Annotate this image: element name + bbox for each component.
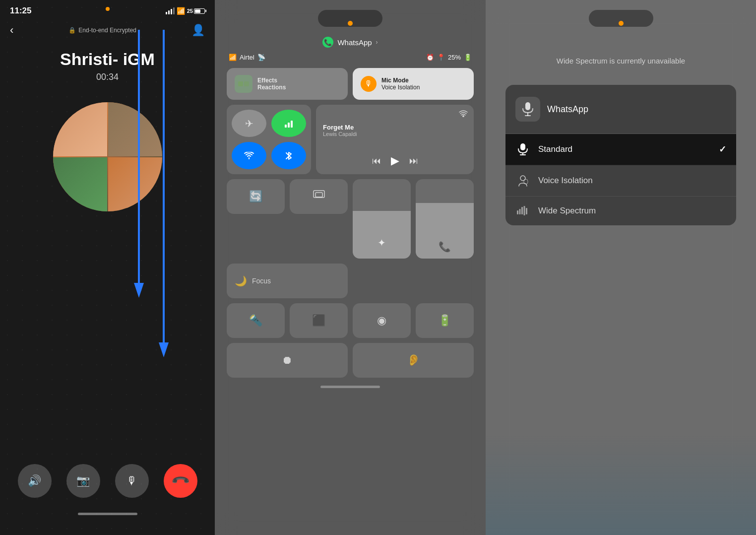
wide-spectrum-option[interactable]: Wide Spectrum	[505, 197, 736, 225]
cc-recording-dot	[348, 21, 353, 26]
hearing-icon: 👂	[407, 354, 420, 367]
cc-whatsapp-header[interactable]: 📞 WhatsApp ›	[227, 35, 474, 48]
signal-bar-1	[166, 12, 167, 14]
effects-reactions-button[interactable]: Effects Reactions	[227, 68, 348, 100]
svg-rect-19	[524, 179, 528, 184]
whatsapp-icon-small: 📞	[322, 37, 333, 48]
rotate-lock-button[interactable]: 🔄	[227, 179, 285, 214]
volume-slider[interactable]: 📞	[416, 179, 474, 259]
screen-mirror-icon	[313, 190, 325, 203]
cc-chevron-icon: ›	[376, 39, 378, 46]
status-time: 11:25	[10, 6, 31, 16]
airplane-mode-button[interactable]: ✈	[232, 110, 266, 137]
signal-bar-4	[173, 7, 175, 14]
qr-button[interactable]: ⬛	[290, 303, 348, 338]
battery-fill	[195, 9, 200, 13]
brightness-icon: ✦	[378, 237, 386, 249]
hearing-button[interactable]: 👂	[353, 343, 474, 378]
p3-whatsapp-header: WhatsApp	[505, 85, 736, 134]
cc-signal-icon: 📶	[229, 54, 237, 61]
end-call-icon: 📞	[170, 470, 190, 491]
svg-rect-12	[525, 102, 530, 110]
speaker-button[interactable]: 🔊	[18, 464, 52, 498]
wifi-icon: 📶	[177, 7, 185, 15]
airplay-icon[interactable]	[459, 110, 468, 120]
cc-carrier: Airtel	[240, 54, 254, 61]
svg-point-18	[520, 176, 525, 181]
signal-bar-3	[171, 9, 172, 14]
svg-rect-4	[238, 81, 243, 86]
music-controls: ⏮ ▶ ⏭	[323, 154, 467, 167]
cc-battery-pct: 25%	[448, 54, 461, 61]
svg-rect-8	[291, 121, 293, 128]
torch-button[interactable]: 🔦	[227, 303, 285, 338]
p3-whatsapp-name: WhatsApp	[547, 104, 588, 115]
status-icons: 📶 25	[166, 7, 205, 15]
encryption-text: End-to-end Encrypted	[78, 27, 136, 34]
next-button[interactable]: ⏭	[409, 156, 418, 166]
wide-spectrum-icon	[515, 205, 530, 216]
mic-mode-text: Mic Mode Voice Isolation	[381, 77, 420, 91]
p3-container: Wide Spectrum is currently unavailable W…	[486, 0, 756, 235]
call-duration: 00:34	[96, 72, 119, 82]
unavailable-text: Wide Spectrum is currently unavailable	[498, 57, 744, 65]
svg-rect-20	[517, 210, 518, 214]
battery-pct: 25	[187, 8, 193, 14]
qr-icon: ⬛	[312, 314, 325, 327]
back-button[interactable]: ‹	[10, 24, 13, 37]
music-tile[interactable]: Forget Me Lewis Capaldi ⏮ ▶ ⏭	[316, 105, 474, 174]
effects-text: Effects Reactions	[257, 77, 286, 91]
svg-rect-6	[285, 125, 287, 128]
standard-mic-icon	[515, 143, 530, 156]
avatar-collage	[53, 102, 162, 211]
prev-button[interactable]: ⏮	[372, 156, 381, 166]
p3-recording-dot	[619, 21, 624, 26]
brightness-slider[interactable]: ✦	[353, 179, 411, 259]
svg-rect-15	[520, 143, 525, 150]
speaker-icon: 🔊	[28, 474, 41, 487]
cc-top-row: Effects Reactions 🎙 Mic Mode Voice Isola…	[227, 68, 474, 100]
music-info: Forget Me Lewis Capaldi	[323, 112, 467, 137]
focus-button[interactable]: 🌙 Focus	[227, 264, 348, 298]
standard-checkmark: ✓	[719, 144, 726, 155]
video-button[interactable]: 📷	[66, 464, 100, 498]
screen-record-button[interactable]: ⏺	[227, 343, 348, 378]
battery-box: 25	[187, 8, 205, 14]
cellular-button[interactable]	[271, 110, 306, 137]
standard-option[interactable]: Standard ✓	[505, 134, 736, 165]
moon-icon: 🌙	[235, 275, 247, 287]
standard-label: Standard	[538, 144, 711, 154]
svg-rect-21	[519, 209, 521, 214]
play-button[interactable]: ▶	[391, 154, 399, 167]
mic-mode-button[interactable]: 🎙 Mic Mode Voice Isolation	[353, 68, 474, 100]
voice-isolation-icon	[515, 174, 530, 187]
call-controls: 🔊 📷 🎙 📞	[0, 464, 215, 515]
song-name: Forget Me	[323, 124, 467, 131]
dark-mode-button[interactable]: ◉	[353, 303, 411, 338]
cc-status-bar: 📶 Airtel 📡 ⏰ 📍 25% 🔋	[227, 54, 474, 61]
voice-isolation-label: Voice Isolation	[538, 176, 726, 186]
rotate-lock-icon: 🔄	[249, 190, 262, 203]
recording-dot	[106, 7, 110, 11]
end-call-button[interactable]: 📞	[164, 464, 197, 498]
svg-rect-24	[526, 208, 527, 214]
voice-isolation-option[interactable]: Voice Isolation	[505, 165, 736, 197]
battery-mode-button[interactable]: 🔋	[416, 303, 474, 338]
mute-icon: 🎙	[126, 474, 137, 487]
mute-button[interactable]: 🎙	[115, 464, 149, 498]
torch-icon: 🔦	[249, 314, 262, 327]
svg-rect-7	[288, 123, 290, 128]
screen-mirror-button[interactable]	[290, 179, 348, 214]
phone-icon: 📞	[439, 241, 451, 253]
cc-battery-icon: 🔋	[464, 54, 472, 61]
battery-mode-icon: 🔋	[438, 314, 451, 327]
add-contact-button[interactable]: 👤	[191, 24, 205, 37]
connectivity-block: ✈	[227, 105, 311, 174]
wifi-button[interactable]	[232, 142, 266, 169]
mic-mode-menu: WhatsApp Standard ✓	[505, 85, 736, 225]
home-indicator	[78, 513, 137, 515]
signal-bar-2	[168, 10, 170, 14]
whatsapp-call-panel: 11:25 📶 25 ‹ 🔒 End-to-end Encrypted	[0, 0, 215, 535]
svg-rect-22	[521, 207, 523, 214]
bluetooth-button[interactable]	[271, 142, 306, 169]
